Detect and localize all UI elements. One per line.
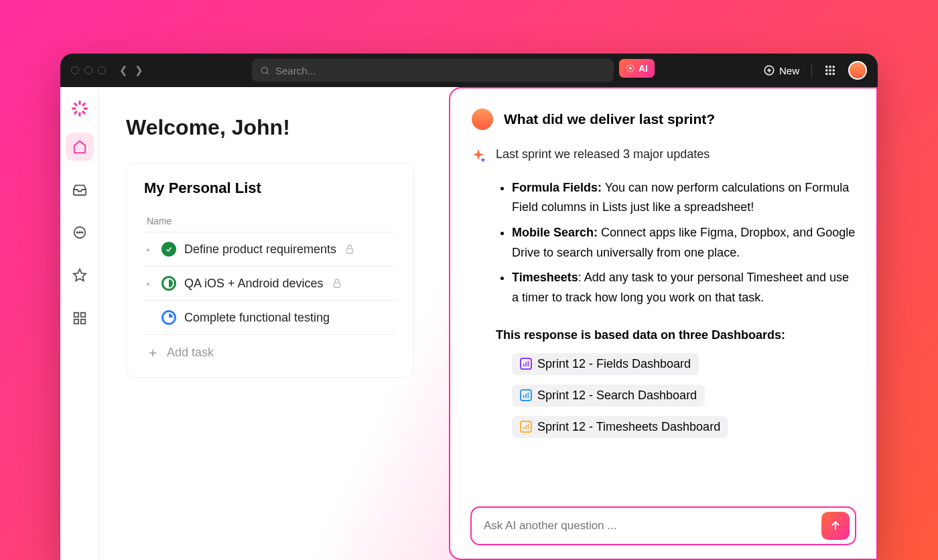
svg-rect-36 (523, 364, 525, 366)
svg-rect-32 (346, 249, 352, 253)
ai-bullet: Formula Fields: You can now perform calc… (512, 178, 856, 218)
svg-rect-14 (833, 73, 835, 75)
svg-rect-8 (833, 66, 835, 68)
status-icon[interactable] (161, 276, 176, 291)
sparkle-icon (470, 147, 486, 165)
svg-rect-9 (825, 70, 827, 72)
plus-circle-icon (763, 64, 775, 76)
svg-line-22 (74, 111, 76, 114)
svg-rect-30 (74, 320, 78, 324)
svg-rect-7 (829, 66, 831, 68)
svg-point-26 (81, 232, 82, 233)
app-logo (70, 99, 89, 118)
user-avatar-small (470, 107, 494, 131)
column-header-name: Name (144, 210, 396, 232)
apps-icon[interactable] (824, 64, 836, 76)
sidebar-dashboards[interactable] (66, 304, 94, 332)
more-icon (72, 225, 87, 240)
svg-line-1 (267, 72, 269, 74)
svg-point-24 (76, 232, 78, 233)
svg-rect-43 (525, 425, 527, 430)
svg-line-19 (74, 103, 76, 106)
source-item[interactable]: Sprint 12 - Search Dashboard (512, 384, 856, 407)
search-placeholder: Search... (275, 65, 316, 76)
task-row[interactable]: ▸Define product requirements (144, 232, 396, 266)
ai-bullet: Mobile Search: Connect apps like Figma, … (512, 223, 856, 263)
svg-rect-40 (525, 394, 527, 399)
new-button[interactable]: New (763, 64, 799, 76)
svg-rect-10 (829, 70, 831, 72)
task-row[interactable]: Complete functional testing (144, 300, 396, 334)
ai-badge[interactable]: AI (619, 59, 655, 78)
svg-marker-27 (73, 269, 85, 281)
add-task-button[interactable]: Add task (144, 334, 396, 370)
svg-rect-39 (523, 395, 525, 398)
svg-point-0 (261, 67, 267, 73)
list-title: My Personal List (144, 180, 396, 197)
nav-forward[interactable]: ❯ (135, 64, 143, 76)
svg-rect-41 (528, 393, 529, 398)
task-name: QA iOS + Android devices (184, 277, 324, 291)
source-label: Sprint 12 - Fields Dashboard (537, 357, 691, 371)
plus-icon (147, 347, 159, 359)
status-icon[interactable] (161, 310, 176, 325)
svg-rect-29 (80, 313, 84, 317)
expand-icon[interactable]: ▸ (147, 245, 153, 254)
sidebar (60, 87, 99, 560)
personal-list-card: My Personal List Name ▸Define product re… (126, 163, 414, 378)
grid-icon (72, 311, 87, 326)
ai-spark-icon (626, 64, 635, 73)
ai-input[interactable] (484, 519, 821, 533)
svg-line-21 (82, 103, 85, 106)
send-button[interactable] (821, 512, 850, 540)
svg-rect-31 (80, 320, 84, 324)
sidebar-more[interactable] (66, 218, 94, 247)
close-dot[interactable] (71, 66, 79, 74)
svg-point-25 (79, 232, 80, 233)
source-item[interactable]: Sprint 12 - Fields Dashboard (512, 353, 856, 375)
svg-rect-38 (528, 361, 529, 366)
lock-icon (344, 244, 355, 255)
svg-rect-37 (525, 362, 527, 367)
svg-rect-33 (334, 283, 340, 287)
svg-point-2 (629, 67, 632, 70)
task-name: Define product requirements (184, 242, 336, 257)
search-icon (260, 66, 270, 76)
svg-rect-13 (829, 73, 831, 75)
svg-rect-6 (825, 66, 827, 68)
inbox-icon (72, 182, 87, 197)
ai-input-container (470, 506, 856, 545)
window-controls (71, 66, 106, 74)
source-label: Sprint 12 - Timesheets Dashboard (537, 420, 720, 434)
ai-question: What did we deliver last sprint? (504, 111, 715, 127)
user-avatar[interactable] (848, 61, 867, 80)
lock-icon (332, 278, 342, 289)
expand-icon[interactable]: ▸ (147, 279, 153, 288)
sidebar-home[interactable] (66, 133, 94, 161)
task-row[interactable]: ▸QA iOS + Android devices (144, 266, 396, 300)
source-item[interactable]: Sprint 12 - Timesheets Dashboard (512, 416, 856, 438)
sidebar-inbox[interactable] (66, 176, 94, 204)
home-icon (72, 139, 87, 154)
ai-bullet: Timesheets: Add any task to your persona… (512, 268, 856, 307)
titlebar: ❮ ❯ Search... AI New (60, 54, 878, 87)
ai-intro: Last sprint we released 3 major updates (496, 145, 710, 165)
source-label: Sprint 12 - Search Dashboard (537, 389, 697, 403)
max-dot[interactable] (98, 66, 106, 74)
star-icon (72, 268, 87, 283)
svg-rect-11 (833, 70, 835, 72)
svg-line-20 (82, 111, 85, 114)
sidebar-favorites[interactable] (66, 261, 94, 289)
svg-rect-12 (825, 73, 827, 75)
arrow-up-icon (829, 519, 842, 533)
svg-rect-42 (523, 427, 525, 429)
search-input[interactable]: Search... (252, 59, 614, 82)
task-name: Complete functional testing (184, 311, 330, 325)
min-dot[interactable] (84, 66, 92, 74)
nav-back[interactable]: ❮ (119, 64, 128, 76)
sources-heading: This response is based data on three Das… (496, 328, 856, 342)
svg-rect-28 (74, 313, 78, 317)
status-icon[interactable] (161, 242, 176, 257)
ai-panel: What did we deliver last sprint? Last sp… (449, 87, 878, 560)
svg-rect-44 (528, 424, 529, 429)
